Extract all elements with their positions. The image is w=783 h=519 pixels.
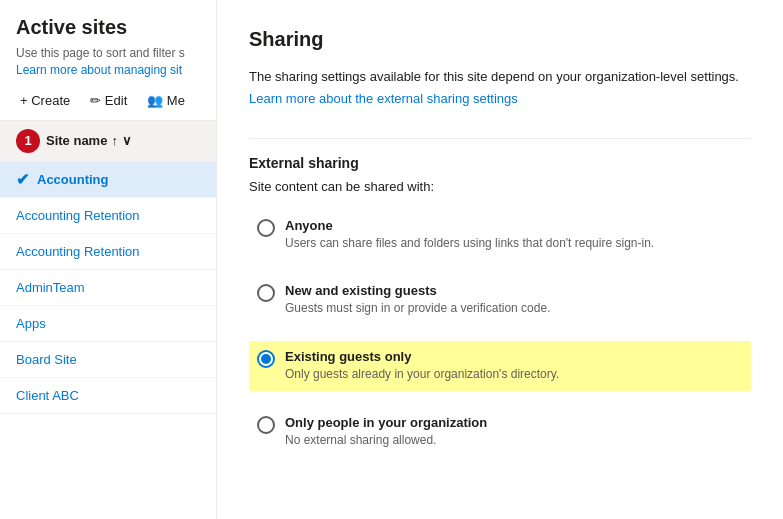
left-panel: Active sites Use this page to sort and f…: [0, 0, 217, 519]
radio-anyone-text: Anyone Users can share files and folders…: [285, 218, 654, 252]
radio-anyone-desc: Users can share files and folders using …: [285, 235, 654, 252]
right-panel: Sharing The sharing settings available f…: [217, 0, 783, 519]
radio-only-org[interactable]: [257, 416, 275, 434]
site-item-client-abc[interactable]: Client ABC: [0, 378, 216, 414]
site-item-label: AdminTeam: [16, 280, 85, 295]
sort-arrow-icon: ↑: [111, 133, 118, 148]
learn-more-link[interactable]: Learn more about managing sit: [16, 63, 182, 77]
site-content-label: Site content can be shared with:: [249, 179, 751, 194]
create-button[interactable]: + Create: [12, 89, 78, 112]
site-item-label: Apps: [16, 316, 46, 331]
check-icon: ✔: [16, 170, 29, 189]
radio-anyone-label: Anyone: [285, 218, 654, 233]
radio-new-existing-guests-text: New and existing guests Guests must sign…: [285, 283, 550, 317]
page-badge: 1: [16, 129, 40, 153]
site-name-sort-header[interactable]: Site name ↑ ∨: [46, 133, 132, 148]
radio-option-only-org[interactable]: Only people in your organization No exte…: [249, 407, 751, 457]
radio-existing-guests-only-desc: Only guests already in your organization…: [285, 366, 559, 383]
sharing-description: The sharing settings available for this …: [249, 67, 751, 87]
radio-new-existing-guests-label: New and existing guests: [285, 283, 550, 298]
left-header: Active sites Use this page to sort and f…: [0, 0, 216, 81]
radio-only-org-text: Only people in your organization No exte…: [285, 415, 487, 449]
members-button[interactable]: 👥 Me: [139, 89, 193, 112]
sort-dropdown-icon[interactable]: ∨: [122, 133, 132, 148]
site-item-adminteam[interactable]: AdminTeam: [0, 270, 216, 306]
site-list-header: 1 Site name ↑ ∨: [0, 121, 216, 162]
radio-only-org-desc: No external sharing allowed.: [285, 432, 487, 449]
radio-new-existing-guests[interactable]: [257, 284, 275, 302]
radio-option-new-existing-guests[interactable]: New and existing guests Guests must sign…: [249, 275, 751, 325]
radio-only-org-label: Only people in your organization: [285, 415, 487, 430]
edit-button[interactable]: ✏ Edit: [82, 89, 135, 112]
site-item-apps[interactable]: Apps: [0, 306, 216, 342]
site-item-label: Accounting Retention: [16, 208, 140, 223]
sharing-panel-title: Sharing: [249, 28, 751, 51]
external-sharing-title: External sharing: [249, 155, 751, 171]
page-description: Use this page to sort and filter s: [16, 45, 200, 62]
external-sharing-link[interactable]: Learn more about the external sharing se…: [249, 91, 518, 106]
site-item-label: Accounting Retention: [16, 244, 140, 259]
page-title: Active sites: [16, 16, 200, 39]
radio-anyone[interactable]: [257, 219, 275, 237]
site-item-accounting-retention-2[interactable]: Accounting Retention: [0, 234, 216, 270]
radio-existing-guests-only-text: Existing guests only Only guests already…: [285, 349, 559, 383]
divider: [249, 138, 751, 139]
site-item-label: Accounting: [37, 172, 109, 187]
radio-new-existing-guests-desc: Guests must sign in or provide a verific…: [285, 300, 550, 317]
site-item-accounting[interactable]: ✔ Accounting: [0, 162, 216, 198]
site-list: ✔ Accounting Accounting Retention Accoun…: [0, 162, 216, 519]
radio-option-existing-guests-only[interactable]: Existing guests only Only guests already…: [249, 341, 751, 391]
site-item-accounting-retention-1[interactable]: Accounting Retention: [0, 198, 216, 234]
site-item-label: Client ABC: [16, 388, 79, 403]
toolbar: + Create ✏ Edit 👥 Me: [0, 81, 216, 121]
radio-existing-guests-only[interactable]: [257, 350, 275, 368]
radio-existing-guests-only-label: Existing guests only: [285, 349, 559, 364]
site-item-label: Board Site: [16, 352, 77, 367]
site-item-board-site[interactable]: Board Site: [0, 342, 216, 378]
radio-option-anyone[interactable]: Anyone Users can share files and folders…: [249, 210, 751, 260]
